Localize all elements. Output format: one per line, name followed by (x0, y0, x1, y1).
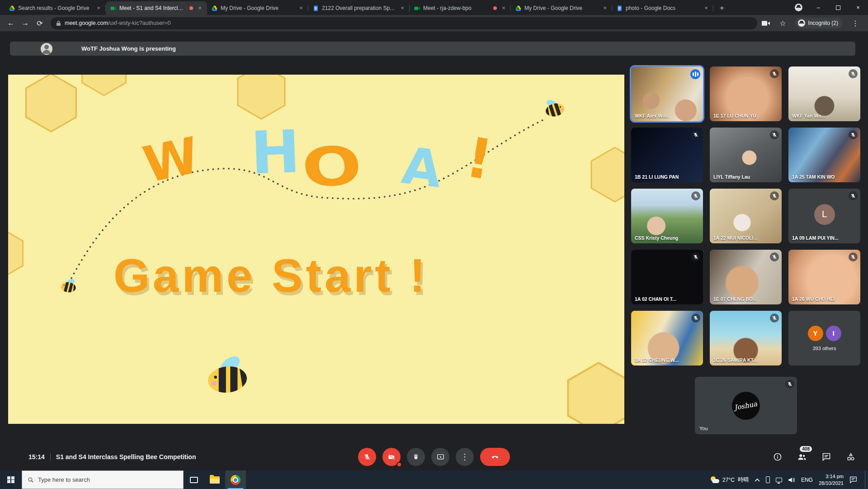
participant-name: 1E 07 CHENG BO... (713, 296, 770, 302)
presenter-avatar (41, 43, 52, 55)
more-options-button[interactable]: ⋮ (456, 448, 474, 466)
presentation-slide[interactable]: W H O A ! Game Start ! (8, 75, 624, 424)
incognito-profile-icon[interactable] (788, 0, 808, 15)
tab-close-icon[interactable]: × (95, 5, 102, 12)
chrome-taskbar-button[interactable] (225, 470, 246, 489)
system-tray: 27°C 時晴 ENG 3:14 pm 28/10/2021 (710, 470, 868, 489)
participant-tile[interactable]: 1E 07 CHENG BO... (710, 250, 782, 304)
self-view-tile[interactable]: Joshua You (695, 377, 797, 434)
screen: Search results - Google Drive × Meet - S… (0, 0, 868, 489)
participant-tile[interactable]: 1E 17 LU CHUN YU (710, 66, 782, 121)
call-controls: ⋮ (358, 448, 510, 466)
participant-tile[interactable]: 1A 22 MUI NICOLI... (710, 189, 782, 243)
meet-control-bar: 15:14 S1 and S4 Interclass Spelling Bee … (0, 443, 868, 470)
participants-icon[interactable]: 408 (797, 451, 807, 462)
language-indicator[interactable]: ENG (801, 477, 813, 483)
weather-widget[interactable]: 27°C 時晴 (710, 476, 749, 484)
window-controls: – × (788, 0, 868, 15)
mic-muted-icon (770, 252, 779, 261)
tab-close-icon[interactable]: × (601, 5, 609, 12)
mic-toggle-button[interactable] (358, 448, 376, 466)
presenting-banner: WoTF Joshua Wong is presenting (10, 42, 855, 56)
close-window-button[interactable]: × (848, 0, 868, 15)
taskbar-clock[interactable]: 3:14 pm 28/10/2021 (819, 473, 844, 487)
tab-title: 2122 Overall preparation Spelli... (322, 5, 396, 11)
taskbar-search-input[interactable]: Type here to search (22, 470, 184, 489)
tab-close-icon[interactable]: × (196, 5, 203, 12)
tab-meet-2[interactable]: Meet - rja-zdew-bpo × (410, 1, 511, 15)
participant-tile[interactable]: LIYL Tiffany Lau (710, 128, 782, 182)
participant-tile[interactable]: 1A 26 WU CHO HEI (788, 250, 860, 304)
address-bar[interactable]: meet.google.com/uxf-wsty-kic?authuser=0 (51, 17, 757, 29)
maximize-button[interactable] (828, 0, 848, 15)
participant-tile[interactable]: WKF Alex Wo... (631, 66, 703, 121)
participant-tile[interactable]: 1A 25 TAM KIN WO (788, 128, 860, 182)
url-path: /uxf-wsty-kic?authuser=0 (108, 20, 171, 26)
camera-allowed-icon[interactable] (762, 20, 770, 26)
bookmark-star-icon[interactable]: ☆ (776, 17, 789, 29)
tab-my-drive-2[interactable]: My Drive - Google Drive × (511, 1, 612, 15)
reload-icon[interactable]: ⟳ (33, 17, 46, 29)
participant-tile[interactable]: WKF Yan Wo... (788, 66, 860, 121)
participant-name: 1B 21 LI LUNG PAN (635, 174, 691, 180)
participant-name: 1A 12 CHEUNG W... (635, 357, 691, 363)
url-domain: meet.google.com (65, 20, 108, 26)
overflow-participants-tile[interactable]: Y I 393 others (788, 311, 860, 366)
tab-my-drive-1[interactable]: My Drive - Google Drive × (207, 1, 308, 15)
activities-icon[interactable] (845, 451, 856, 462)
participant-tile[interactable]: L 1A 09 LAM PUI YIN... (788, 189, 860, 243)
forward-icon[interactable]: → (19, 17, 32, 29)
participant-tile[interactable]: 1B 21 LI LUNG PAN (631, 128, 703, 182)
others-count-label: 393 others (813, 346, 836, 351)
mic-muted-icon (785, 380, 794, 389)
present-screen-button[interactable] (431, 448, 449, 466)
raise-hand-button[interactable] (407, 448, 425, 466)
tab-meet-active[interactable]: Meet - S1 and S4 Interclas... × (106, 1, 207, 15)
tab-close-icon[interactable]: × (703, 5, 710, 12)
weather-icon (710, 476, 719, 484)
participant-name: 1A 09 LAM PUI YIN... (792, 235, 849, 241)
presenting-text: WoTF Joshua Wong is presenting (81, 45, 176, 52)
tab-close-icon[interactable]: × (297, 5, 305, 12)
show-desktop-strip[interactable] (865, 470, 865, 489)
docs-icon (313, 5, 319, 11)
participant-grid: WKF Alex Wo... 1E 17 LU CHUN YU WKF Yan … (631, 66, 860, 366)
end-call-button[interactable] (480, 448, 510, 466)
task-view-icon (190, 477, 198, 483)
avatar: L (814, 204, 835, 225)
participant-tile[interactable]: 1C 26 SAMIRA KT... (710, 311, 782, 366)
network-icon[interactable] (776, 478, 782, 482)
incognito-icon (798, 19, 805, 27)
participant-tile[interactable]: 1A 12 CHEUNG W... (631, 311, 703, 366)
tab-close-icon[interactable]: × (500, 5, 507, 12)
back-icon[interactable]: ← (5, 17, 17, 29)
slide-subtitle: Game Start ! (113, 249, 428, 303)
tab-preparation-doc[interactable]: 2122 Overall preparation Spelli... × (308, 1, 410, 15)
show-hidden-icons-chevron[interactable] (755, 478, 760, 482)
minimize-button[interactable]: – (808, 0, 828, 15)
volume-icon[interactable] (788, 477, 795, 483)
self-avatar-logo: Joshua (732, 392, 760, 420)
participant-tile[interactable]: CSS Kristy Cheung (631, 189, 703, 243)
start-button[interactable] (0, 470, 22, 489)
meeting-title: S1 and S4 Interclass Spelling Bee Compet… (56, 453, 196, 461)
meeting-details-icon[interactable] (772, 451, 783, 462)
chat-icon[interactable] (821, 451, 832, 462)
tab-photo-doc[interactable]: photo - Google Docs × (612, 1, 713, 15)
camera-toggle-button[interactable] (382, 448, 401, 466)
self-logo-text: Joshua (734, 399, 758, 412)
task-view-button[interactable] (184, 470, 204, 489)
tab-title: Meet - rja-zdew-bpo (423, 5, 490, 11)
meet-main: WoTF Joshua Wong is presenting (0, 31, 868, 470)
tab-search-results[interactable]: Search results - Google Drive × (5, 1, 106, 15)
recording-dot-icon (493, 6, 497, 10)
your-phone-icon[interactable] (766, 476, 770, 483)
new-tab-button[interactable]: + (716, 2, 728, 14)
mic-muted-icon (770, 191, 779, 200)
browser-menu-icon[interactable]: ⋮ (849, 17, 862, 29)
action-center-icon[interactable] (849, 476, 857, 483)
file-explorer-button[interactable] (204, 470, 225, 489)
mic-muted-icon (691, 130, 700, 139)
participant-tile[interactable]: 1A 02 CHAN OI T... (631, 250, 703, 304)
tab-close-icon[interactable]: × (399, 5, 406, 12)
